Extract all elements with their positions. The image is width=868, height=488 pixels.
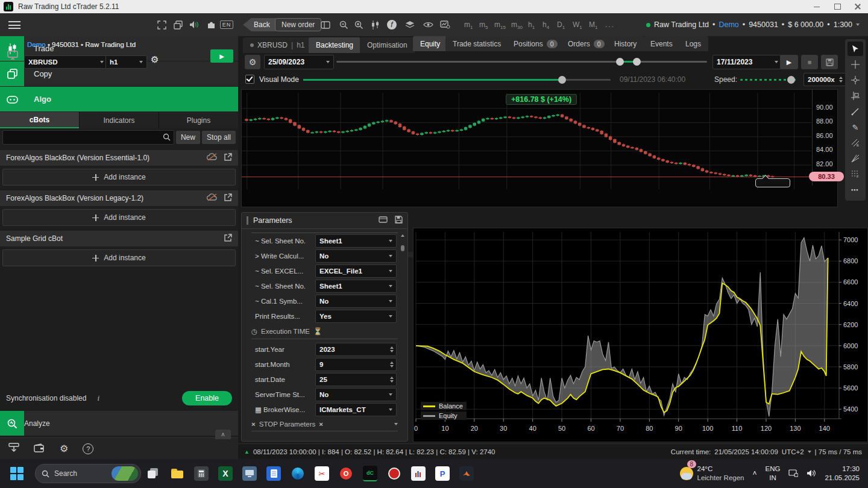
info-icon[interactable]: i	[97, 393, 99, 403]
speed-handle[interactable]	[787, 76, 795, 84]
param-select[interactable]: Yes	[315, 310, 397, 323]
minimize-button[interactable]	[807, 0, 827, 13]
account-selector[interactable]: Raw Trading Ltd • Demo • 9450031 • $ 6 0…	[646, 20, 860, 29]
zoom-out-icon[interactable]	[338, 19, 350, 30]
collapse-chevron-icon[interactable]: ˄	[215, 430, 231, 439]
backtest-range-slider[interactable]	[336, 61, 707, 63]
param-spinner[interactable]: 9	[315, 358, 397, 371]
save-parameters-icon[interactable]	[395, 216, 403, 225]
param-spinner[interactable]: 2023	[315, 343, 397, 356]
open-source-icon[interactable]	[224, 153, 232, 163]
cbot-search-input[interactable]	[2, 130, 174, 145]
equity-chart[interactable]: 5400560058006000620064006600680070000102…	[413, 228, 868, 442]
enable-sync-button[interactable]: Enable	[182, 391, 232, 405]
play-backtest-button[interactable]: ▶	[780, 55, 798, 69]
back-button[interactable]: Back	[243, 18, 277, 31]
fibonacci-grid-tool-icon[interactable]: F	[848, 167, 863, 181]
more-tools-icon[interactable]: ⋯	[848, 183, 863, 197]
opera-icon[interactable]: O	[339, 466, 353, 481]
snipping-tool-icon[interactable]: ✂	[315, 466, 329, 481]
weather-widget[interactable]: 8 24°C Leichter Regen	[680, 465, 744, 483]
crosshair-tool-icon[interactable]	[848, 57, 863, 72]
tab-history[interactable]: History	[607, 36, 644, 51]
instance-settings-gear-icon[interactable]: ⚙	[151, 54, 159, 65]
cloud-off-icon[interactable]	[207, 153, 218, 163]
timezone-value[interactable]: UTC+2	[782, 448, 804, 455]
param-select[interactable]: No	[315, 249, 397, 263]
speed-slider[interactable]	[740, 79, 797, 81]
speed-value-input[interactable]: 200000x	[804, 73, 846, 86]
param-section-execution-time[interactable]: ◷ Execution TIME ⏳	[251, 327, 398, 339]
tab-plugins[interactable]: Plugins	[159, 112, 238, 128]
stop-backtest-button[interactable]: ■	[801, 55, 818, 69]
tab-backtesting[interactable]: Backtesting	[309, 37, 360, 53]
visual-progress-slider[interactable]	[303, 79, 611, 81]
tab-events[interactable]: Events	[643, 36, 680, 51]
sidebar-item-analyze[interactable]: Analyze	[0, 411, 238, 436]
timezone-caret-icon[interactable]	[808, 451, 811, 453]
scrollbar-thumb[interactable]	[401, 245, 404, 251]
tab-chart-xbrusd[interactable]: XBRUSD | h1	[243, 37, 312, 53]
timeframe-more[interactable]: ...	[605, 20, 615, 29]
notepad-icon[interactable]	[266, 466, 281, 481]
timeframe-m5[interactable]: m5	[479, 20, 488, 30]
report-button[interactable]	[821, 55, 838, 69]
tab-trade-statistics[interactable]: Trade statistics	[445, 36, 508, 51]
price-chart[interactable]: +816.78 $ (+14%) 31 Oct 2023, UTC+201 No…	[241, 89, 838, 207]
cast-icon[interactable]	[788, 469, 798, 478]
restore-button[interactable]	[827, 0, 848, 13]
dot-crosshair-tool-icon[interactable]	[848, 73, 863, 87]
visual-progress-handle[interactable]	[558, 76, 566, 84]
stop-all-button[interactable]: Stop all	[202, 131, 236, 144]
tab-equity[interactable]: Equity	[413, 36, 447, 51]
volume-icon[interactable]	[807, 469, 816, 478]
timeframe-h4[interactable]: h4	[542, 20, 549, 30]
open-source-icon[interactable]	[224, 193, 232, 204]
start-date-select[interactable]: 25/09/2023	[264, 55, 334, 69]
parameters-header[interactable]: Parameters	[242, 213, 407, 229]
tab-positions[interactable]: Positions0	[506, 36, 565, 51]
task-view-icon[interactable]	[146, 466, 160, 481]
add-instance-button[interactable]: Add instance	[2, 209, 236, 226]
tab-logs[interactable]: Logs	[678, 36, 708, 51]
cbot-header[interactable]: ForexAlgos BlackBox (Version Essential-1…	[0, 150, 238, 166]
timeframe-mn1[interactable]: M1	[589, 20, 597, 30]
fan-lines-tool-icon[interactable]	[848, 151, 863, 166]
excel-icon[interactable]: X	[218, 466, 233, 481]
play-instance-button[interactable]: ▶	[210, 49, 233, 63]
expand-caret-icon[interactable]	[394, 423, 398, 425]
wallet-icon[interactable]	[34, 443, 45, 454]
fullscreen-icon[interactable]	[156, 19, 168, 30]
ctrader-icmarkets-icon-active[interactable]: dС	[363, 466, 377, 481]
timeframe-d1[interactable]: D1	[557, 20, 565, 30]
param-section-stop[interactable]: × STOP Parameters ×	[251, 421, 398, 431]
open-source-icon[interactable]	[224, 234, 232, 244]
add-instance-button[interactable]: Add instance	[2, 249, 236, 266]
zoom-in-icon[interactable]	[353, 19, 365, 30]
sound-icon[interactable]	[188, 19, 200, 30]
timeframe-select[interactable]: h1	[105, 55, 147, 69]
language-icon[interactable]: EN	[221, 19, 233, 30]
language-switcher[interactable]: ENGIN	[766, 465, 781, 483]
indicators-icon[interactable]: f	[386, 19, 398, 30]
timeframe-h1[interactable]: h1	[528, 20, 535, 30]
param-select[interactable]: EXCEL_File1	[315, 264, 397, 278]
sidebar-item-algo[interactable]: Algo	[0, 87, 238, 111]
backtest-settings-button[interactable]: ⚙	[245, 55, 260, 69]
plugins-icon[interactable]	[205, 19, 217, 30]
equidistant-channel-tool-icon[interactable]: E	[848, 136, 863, 150]
end-date-select[interactable]: 17/11/2023	[712, 55, 782, 69]
settings-gear-icon[interactable]: ⚙	[60, 443, 68, 454]
forex-app-icon[interactable]	[387, 466, 401, 481]
parameters-scrollbar[interactable]	[400, 232, 406, 436]
edge-icon[interactable]	[291, 466, 305, 481]
new-order-button[interactable]: New order	[275, 18, 321, 31]
range-handle-left[interactable]	[616, 58, 624, 66]
load-parameters-icon[interactable]	[379, 216, 388, 225]
withdraw-icon[interactable]	[8, 443, 19, 454]
tab-cbots[interactable]: cBots	[0, 112, 79, 128]
param-select[interactable]: No	[315, 295, 397, 308]
matlab-icon[interactable]	[459, 466, 474, 481]
spinner-arrows-icon[interactable]	[839, 77, 843, 83]
objects-layers-icon[interactable]	[404, 19, 416, 30]
